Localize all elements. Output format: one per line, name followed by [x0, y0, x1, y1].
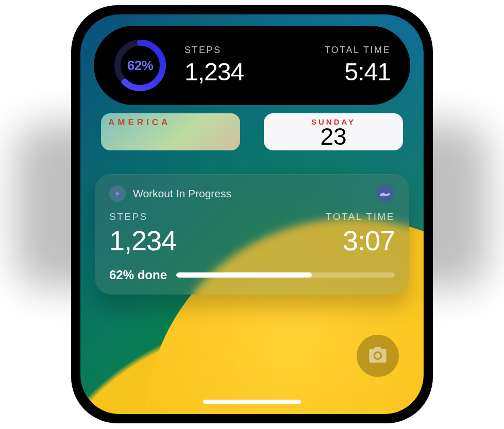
dynamic-island-live-activity[interactable]: 62% STEPS 1,234 TOTAL TIME 5:41: [94, 26, 410, 105]
live-activity-title: Workout In Progress: [133, 187, 369, 200]
running-shoe-icon: [376, 184, 395, 203]
pill-steps-metric: STEPS 1,234: [184, 45, 279, 86]
card-steps-value: 1,234: [109, 225, 252, 256]
pill-time-label: TOTAL TIME: [325, 45, 391, 56]
play-icon: [109, 185, 126, 202]
widget-weather[interactable]: AMERICA: [101, 113, 240, 150]
card-time-label: TOTAL TIME: [326, 211, 395, 222]
screen: 62% STEPS 1,234 TOTAL TIME 5:41 AMERICA …: [80, 14, 424, 414]
pill-steps-value: 1,234: [184, 58, 279, 86]
pill-time-value: 5:41: [345, 58, 391, 86]
widget-calendar[interactable]: SUNDAY 23: [264, 113, 403, 150]
widget-weather-title: AMERICA: [108, 117, 171, 127]
lockscreen-widgets-row: AMERICA SUNDAY 23: [101, 113, 403, 150]
card-time-metric: TOTAL TIME 3:07: [252, 211, 395, 256]
card-steps-label: STEPS: [109, 211, 252, 222]
progress-ring: 62%: [113, 39, 167, 92]
progress-done-label: 62% done: [109, 268, 167, 282]
device-frame: 62% STEPS 1,234 TOTAL TIME 5:41 AMERICA …: [71, 5, 433, 423]
pill-time-metric: TOTAL TIME 5:41: [296, 45, 391, 86]
progress-percent-label: 62%: [113, 39, 167, 92]
widget-calendar-day: 23: [320, 126, 346, 147]
pill-steps-label: STEPS: [184, 45, 279, 56]
progress-bar: [176, 272, 395, 278]
camera-button[interactable]: [357, 335, 399, 377]
camera-icon: [367, 345, 388, 367]
live-activity-card[interactable]: Workout In Progress STEPS 1,234 TOTAL TI…: [95, 174, 409, 295]
home-indicator[interactable]: [203, 400, 301, 404]
card-steps-metric: STEPS 1,234: [109, 211, 252, 256]
progress-bar-fill: [176, 272, 312, 278]
card-time-value: 3:07: [343, 225, 395, 256]
